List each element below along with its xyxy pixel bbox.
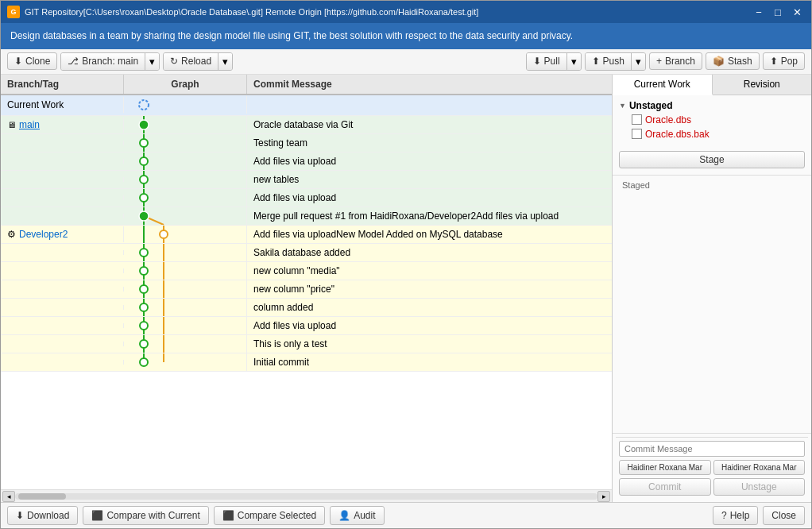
branch-cell <box>1 287 124 292</box>
file-checkbox[interactable] <box>632 129 642 139</box>
compare-current-label: Compare with Current <box>106 510 199 521</box>
commit-button[interactable]: Commit <box>619 478 711 496</box>
branch-button[interactable]: + Branch <box>649 52 702 70</box>
clone-label: Clone <box>25 56 50 67</box>
stash-icon: 📦 <box>713 56 725 67</box>
unstaged-folder[interactable]: ▼ Unstaged <box>616 98 808 113</box>
table-row[interactable]: Current Work <box>1 95 612 116</box>
commit-cell: column added <box>247 299 612 315</box>
commit-message-text: Add files via upload <box>253 192 336 203</box>
compare-selected-label: Compare Selected <box>238 510 316 521</box>
left-panel: Branch/Tag Graph Commit Message Current … <box>1 75 613 502</box>
branch-main-label: Branch: main <box>82 56 138 67</box>
svg-point-0 <box>139 100 149 110</box>
table-row[interactable]: Sakila database added <box>1 244 612 262</box>
file-item[interactable]: Oracle.dbs <box>616 113 808 127</box>
graph-cell <box>124 280 247 298</box>
reload-button[interactable]: ↻ Reload <box>164 53 218 70</box>
branch-name: Developer2 <box>19 229 68 240</box>
audit-button[interactable]: 👤 Audit <box>330 506 384 525</box>
download-button[interactable]: ⬇ Download <box>7 506 78 525</box>
subtitle-text: Design databases in a team by sharing th… <box>10 30 573 41</box>
reload-dropdown[interactable]: ▾ <box>218 53 232 70</box>
author2-button[interactable]: Haidiner Roxana Mar <box>713 460 806 475</box>
file-checkbox[interactable] <box>632 114 642 125</box>
tab-current-work[interactable]: Current Work <box>613 75 713 95</box>
audit-icon: 👤 <box>338 510 350 521</box>
commit-cell: Sakila database added <box>247 245 612 261</box>
unstage-button[interactable]: Unstage <box>713 478 806 496</box>
table-row[interactable]: This is only a test <box>1 335 612 353</box>
svg-point-2 <box>139 120 149 129</box>
right-tabs: Current Work Revision <box>613 75 811 95</box>
branch-cell <box>1 141 124 145</box>
svg-point-22 <box>140 267 148 275</box>
commit-cell: new column "media" <box>247 263 612 279</box>
commit-message-text: Oracle database via Git <box>253 119 353 130</box>
table-row[interactable]: Merge pull request #1 from HaidiRoxana/D… <box>1 207 612 226</box>
clone-button[interactable]: ⬇ Clone <box>7 52 57 70</box>
table-row[interactable]: column added <box>1 299 612 317</box>
commit-message-text: Initial commit <box>253 357 309 368</box>
svg-point-31 <box>140 322 148 330</box>
stage-button[interactable]: Stage <box>619 151 805 168</box>
branch-main-button[interactable]: ⎇ Branch: main <box>61 53 145 70</box>
close-window-button[interactable]: ✕ <box>789 4 805 20</box>
svg-point-13 <box>139 211 149 221</box>
help-button[interactable]: ? Help <box>713 506 758 525</box>
graph-svg <box>124 134 246 152</box>
table-row[interactable]: Add files via upload <box>1 153 612 171</box>
branch-main-dropdown[interactable]: ▾ <box>145 53 159 70</box>
table-row[interactable]: new column "price" <box>1 280 612 299</box>
pull-dropdown[interactable]: ▾ <box>567 53 581 70</box>
push-button[interactable]: ⬆ Push <box>586 53 632 70</box>
graph-svg-dev2 <box>124 226 246 243</box>
scroll-left-button[interactable]: ◂ <box>2 491 15 502</box>
reload-icon: ↻ <box>170 56 178 67</box>
author1-button[interactable]: Haidiner Roxana Mar <box>619 460 711 475</box>
table-row[interactable]: Initial commit <box>1 353 612 372</box>
table-row[interactable]: new tables <box>1 171 612 189</box>
graph-svg-merge <box>124 207 246 225</box>
branch-cell <box>1 323 124 328</box>
graph-cell <box>124 153 247 170</box>
compare-current-button[interactable]: ⬛ Compare with Current <box>83 506 208 525</box>
branch-cell <box>1 159 124 164</box>
svg-point-6 <box>140 157 148 165</box>
commit-cell: Add files via upload <box>247 318 612 334</box>
table-row[interactable]: new column "media" <box>1 262 612 280</box>
push-dropdown[interactable]: ▾ <box>632 53 645 70</box>
graph-svg-current <box>124 96 246 114</box>
scrollbar-track[interactable] <box>15 493 597 500</box>
staged-section: Staged <box>613 175 811 195</box>
file-name: Oracle.dbs <box>645 114 691 125</box>
tree-arrow-icon: ▼ <box>619 102 626 110</box>
tab-revision[interactable]: Revision <box>713 75 812 95</box>
graph-cell <box>124 96 247 114</box>
table-row[interactable]: Testing team <box>1 134 612 153</box>
file-item[interactable]: Oracle.dbs.bak <box>616 127 808 141</box>
current-work-label: Current Work <box>7 99 64 110</box>
main-window: G GIT Repository[C:\Users\roxan\Desktop\… <box>0 0 812 529</box>
scroll-right-button[interactable]: ▸ <box>597 491 610 502</box>
table-row[interactable]: ⚙ Developer2 Add files via uploadNew Mod… <box>1 226 612 244</box>
pull-button[interactable]: ⬇ Pull <box>527 53 567 70</box>
table-row[interactable]: Add files via upload <box>1 317 612 335</box>
pop-button[interactable]: ⬆ Pop <box>763 52 805 70</box>
close-button[interactable]: Close <box>763 506 805 525</box>
unstaged-label: Unstaged <box>629 100 673 111</box>
compare-selected-button[interactable]: ⬛ Compare Selected <box>214 506 325 525</box>
horizontal-scrollbar[interactable]: ◂ ▸ <box>1 489 612 502</box>
branch-cell <box>1 305 124 310</box>
scrollbar-thumb[interactable] <box>18 493 66 500</box>
commit-message-input[interactable] <box>619 441 805 457</box>
table-row[interactable]: 🖥 main Oracle database via Git <box>1 116 612 134</box>
graph-cell <box>124 262 247 280</box>
unstage-label: Unstage <box>741 481 777 492</box>
table-row[interactable]: Add files via upload <box>1 189 612 207</box>
branch-cell: 🖥 main <box>1 117 124 133</box>
minimize-button[interactable]: − <box>751 4 767 20</box>
maximize-button[interactable]: □ <box>770 4 786 20</box>
graph-cell <box>124 226 247 243</box>
stash-button[interactable]: 📦 Stash <box>706 52 760 70</box>
